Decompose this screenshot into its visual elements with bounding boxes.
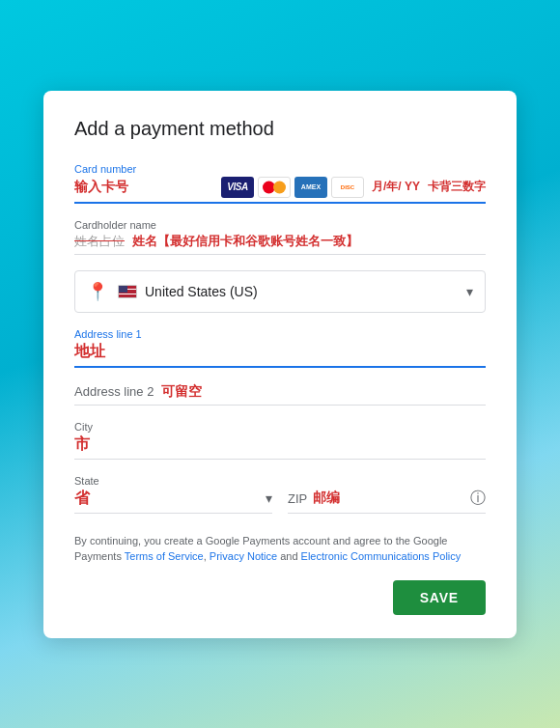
privacy-link[interactable]: Privacy Notice xyxy=(210,550,277,562)
address2-row[interactable]: Address line 2 可留空 xyxy=(74,383,486,406)
footer-and: and xyxy=(277,550,300,562)
card-number-label: Card number xyxy=(74,163,486,175)
card-number-row[interactable]: 输入卡号 VISA AMEX DISC 月/年/ YY 卡背三数字 xyxy=(74,177,486,204)
country-select[interactable]: 📍 United States (US) ▾ xyxy=(74,270,486,313)
city-annotation: 市 xyxy=(74,434,90,455)
expiry-annotation: 月/年/ YY xyxy=(372,179,420,195)
comms-link[interactable]: Electronic Communications Policy xyxy=(301,550,462,562)
footer-text: By continuing, you create a Google Payme… xyxy=(74,533,486,565)
zip-row[interactable]: ZIP 邮编 ⓘ xyxy=(288,489,486,514)
state-select[interactable]: 省 ▾ xyxy=(74,489,272,514)
cardholder-annotation: 姓名【最好信用卡和谷歌账号姓名一致】 xyxy=(132,233,358,250)
state-group: State 省 ▾ xyxy=(74,475,272,514)
payment-dialog: Add a payment method Card number 输入卡号 VI… xyxy=(43,91,517,638)
city-group: City 市 xyxy=(74,421,486,460)
address1-group: Address line 1 地址 xyxy=(74,328,486,368)
cardholder-label: Cardholder name xyxy=(74,219,486,231)
card-number-annotation: 输入卡号 xyxy=(74,179,213,196)
state-dropdown-arrow: ▾ xyxy=(266,490,272,506)
address2-label: Address line 2 xyxy=(74,384,154,399)
address2-annotation: 可留空 xyxy=(161,383,202,401)
cardholder-row[interactable]: 姓名占位 姓名【最好信用卡和谷歌账号姓名一致】 xyxy=(74,233,486,255)
address1-annotation: 地址 xyxy=(74,342,105,362)
country-value: United States (US) xyxy=(145,284,466,299)
discover-icon: DISC xyxy=(331,177,364,198)
city-label: City xyxy=(74,421,486,433)
us-flag-icon xyxy=(118,285,137,298)
zip-group: ZIP 邮编 ⓘ xyxy=(288,489,486,514)
save-button[interactable]: SAVE xyxy=(393,580,486,615)
zip-annotation: 邮编 xyxy=(313,490,466,507)
cardholder-placeholder: 姓名占位 xyxy=(74,233,125,250)
card-number-group: Card number 输入卡号 VISA AMEX DISC 月/年/ YY … xyxy=(74,163,486,204)
cvv-annotation: 卡背三数字 xyxy=(428,179,486,195)
zip-info-icon: ⓘ xyxy=(470,489,486,509)
mastercard-icon xyxy=(258,177,291,198)
dialog-title: Add a payment method xyxy=(74,118,486,140)
visa-icon: VISA xyxy=(221,177,254,198)
card-brand-icons: VISA AMEX DISC xyxy=(221,177,364,198)
zip-label: ZIP xyxy=(288,491,307,506)
state-label: State xyxy=(74,475,272,487)
address2-group: Address line 2 可留空 xyxy=(74,383,486,406)
address1-label: Address line 1 xyxy=(74,328,486,340)
address1-input[interactable]: 地址 xyxy=(74,342,486,368)
location-icon: 📍 xyxy=(87,281,108,302)
state-zip-group: State 省 ▾ ZIP 邮编 ⓘ xyxy=(74,475,486,514)
state-annotation: 省 xyxy=(74,489,266,509)
save-button-row: SAVE xyxy=(74,580,486,615)
state-zip-row: State 省 ▾ ZIP 邮编 ⓘ xyxy=(74,475,486,514)
country-dropdown-arrow: ▾ xyxy=(466,284,473,299)
country-group: 📍 United States (US) ▾ xyxy=(74,270,486,313)
cardholder-group: Cardholder name 姓名占位 姓名【最好信用卡和谷歌账号姓名一致】 xyxy=(74,219,486,255)
amex-icon: AMEX xyxy=(294,177,327,198)
city-input[interactable]: 市 xyxy=(74,434,486,460)
tos-link[interactable]: Terms of Service xyxy=(125,550,204,562)
